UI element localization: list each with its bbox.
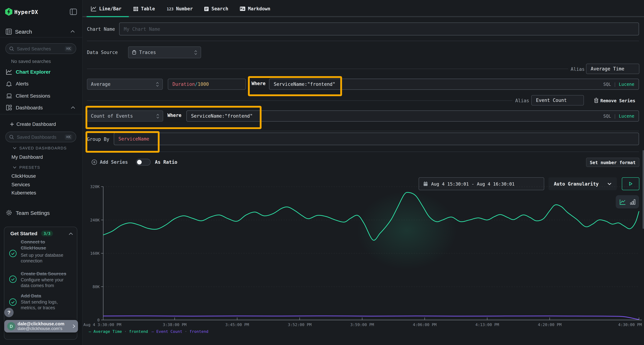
alias-label: Alias — [515, 98, 529, 103]
legend-item[interactable]: — Event Count · frontend — [152, 329, 208, 334]
series1-expression-value: Duration/1000 — [172, 81, 209, 87]
trash-icon[interactable] — [594, 98, 598, 103]
alias-label: Alias — [571, 66, 584, 72]
no-saved-searches-text: No saved searches — [11, 59, 51, 64]
svg-text:4:13:00 PM: 4:13:00 PM — [475, 323, 499, 327]
saved-searches-input[interactable]: Saved Searches ⌘K — [5, 43, 76, 54]
series1-aggregation-select[interactable]: Average — [87, 79, 163, 90]
presets-group-header[interactable]: PRESETS — [13, 165, 40, 169]
add-series-button[interactable]: Add Series — [100, 159, 128, 165]
chart-name-label: Chart Name — [87, 26, 115, 32]
toggle-knob — [137, 160, 142, 164]
sidebar-item-dashboards[interactable]: Dashboards — [0, 103, 82, 113]
select-chevrons-icon — [156, 82, 159, 87]
group-label: PRESETS — [19, 165, 40, 169]
lucene-mode-button[interactable]: Lucene — [619, 113, 634, 118]
select-chevrons-icon — [156, 113, 159, 118]
chevron-up-icon[interactable] — [69, 232, 73, 235]
sidebar-item-clickhouse[interactable]: ClickHouse — [12, 173, 36, 179]
get-started-item-title: Create Data Sources — [21, 271, 66, 277]
set-number-format-button[interactable]: Set number format — [586, 158, 639, 167]
collapse-sidebar-icon[interactable] — [70, 8, 77, 15]
get-started-item-title: Connect to ClickHouse — [21, 239, 46, 251]
tab-line-bar[interactable]: Line/Bar — [91, 6, 122, 11]
data-source-select[interactable]: Traces — [128, 46, 201, 58]
user-subtext: dale@clickhouse.com's — [18, 327, 73, 331]
search-icon — [9, 135, 14, 139]
as-ratio-toggle[interactable] — [136, 159, 150, 166]
chevron-up-icon[interactable] — [70, 30, 75, 33]
series1-where-label: Where — [252, 81, 266, 86]
create-dashboard-button[interactable]: Create Dashboard — [0, 119, 82, 129]
svg-text:3:59:00 PM: 3:59:00 PM — [350, 323, 374, 327]
markdown-icon — [240, 6, 246, 11]
sidebar-item-kubernetes[interactable]: Kubernetes — [12, 190, 36, 196]
tab-markdown[interactable]: Markdown — [240, 6, 270, 11]
saved-dashboards-placeholder: Saved Dashboards — [17, 134, 62, 140]
sidebar-item-label: Client Sessions — [16, 93, 50, 99]
chart-legend: — Average Time · frontend— Event Count ·… — [89, 329, 208, 334]
sidebar-item-services[interactable]: Services — [12, 182, 30, 187]
series2-where-label: Where — [168, 113, 182, 118]
sidebar-section-search[interactable]: Search — [15, 28, 32, 35]
group-by-value: ServiceName — [118, 136, 149, 142]
search-icon — [9, 46, 14, 51]
tab-search[interactable]: Search — [204, 6, 228, 11]
help-button[interactable]: ? — [4, 308, 14, 317]
tab-number[interactable]: 123 Number — [167, 6, 193, 11]
time-series-chart[interactable]: 080K160K240K320KAug 4 3:30:00 PM3:38:00 … — [82, 175, 644, 340]
series1-alias-input[interactable]: Average Time — [586, 64, 639, 74]
user-menu[interactable]: D dale@clickhouse.com dale@clickhouse.co… — [4, 320, 78, 333]
select-chevrons-icon — [194, 50, 197, 55]
app-window: HyperDX Search Saved Searches ⌘K No save… — [0, 0, 644, 345]
lucene-mode-button[interactable]: Lucene — [619, 82, 634, 87]
svg-text:3:38:00 PM: 3:38:00 PM — [163, 323, 186, 327]
line-chart-toggle-icon[interactable] — [620, 199, 626, 205]
svg-text:80K: 80K — [92, 285, 100, 289]
legend-item[interactable]: — Average Time · frontend — [89, 329, 148, 334]
get-started-item-desc: Start sending logs, metrics, or traces — [21, 299, 58, 311]
chevron-up-icon[interactable] — [71, 106, 75, 109]
series2-alias-input[interactable]: Event Count — [531, 95, 584, 105]
data-source-label: Data Source — [87, 50, 118, 55]
series1-where-input[interactable]: ServiceName:"frontend" SQL | Lucene — [269, 79, 639, 90]
search-list-icon — [204, 6, 209, 11]
group-label: SAVED DASHBOARDS — [19, 146, 67, 150]
sql-mode-button[interactable]: SQL — [604, 113, 611, 118]
series2-aggregation-select[interactable]: Count of Events — [87, 110, 163, 122]
chart-name-input[interactable]: My Chart Name — [119, 22, 639, 35]
svg-text:4:20:00 PM: 4:20:00 PM — [538, 323, 562, 327]
saved-dashboards-input[interactable]: Saved Dashboards ⌘K — [5, 132, 76, 142]
chevron-right-icon — [73, 324, 75, 328]
sidebar-item-chart-explorer[interactable]: Chart Explorer — [0, 67, 82, 77]
sidebar-item-label: Dashboards — [16, 105, 43, 110]
sidebar-item-client-sessions[interactable]: Client Sessions — [0, 91, 82, 101]
123-icon: 123 — [167, 6, 174, 11]
sidebar-item-team-settings[interactable]: Team Settings — [0, 208, 82, 218]
sidebar-item-alerts[interactable]: Alerts — [0, 79, 82, 89]
saved-dashboards-group-header[interactable]: SAVED DASHBOARDS — [13, 146, 67, 150]
check-circle-icon — [9, 275, 17, 283]
series2-where-input[interactable]: ServiceName:"frontend" SQL | Lucene — [186, 110, 639, 122]
tabbar-underline — [82, 16, 644, 17]
bar-chart-toggle-icon[interactable] — [630, 199, 635, 205]
sidebar-item-my-dashboard[interactable]: My Dashboard — [12, 154, 43, 160]
add-circle-icon[interactable] — [92, 159, 97, 165]
chart-line-icon — [6, 69, 12, 75]
sql-mode-button[interactable]: SQL — [604, 82, 611, 87]
get-started-title: Get Started — [10, 231, 38, 236]
tab-table[interactable]: Table — [133, 6, 155, 11]
team-settings-label: Team Settings — [16, 210, 50, 216]
user-email: dale@clickhouse.com — [18, 322, 73, 327]
get-started-badge: 3/3 — [41, 231, 53, 236]
laptop-icon — [6, 93, 12, 98]
create-dashboard-label: Create Dashboard — [16, 121, 56, 127]
main-content: Line/Bar Table 123 Number Search — [82, 0, 644, 345]
svg-text:4:30:00 PM: 4:30:00 PM — [618, 323, 642, 327]
scrollbar-thumb[interactable] — [642, 150, 644, 229]
svg-text:0: 0 — [97, 318, 100, 322]
group-by-input[interactable]: ServiceName — [114, 133, 639, 145]
remove-series-button[interactable]: Remove Series — [600, 98, 636, 103]
chevron-down-icon — [13, 147, 16, 149]
series1-expression-input[interactable]: Duration/1000 — [168, 79, 246, 90]
